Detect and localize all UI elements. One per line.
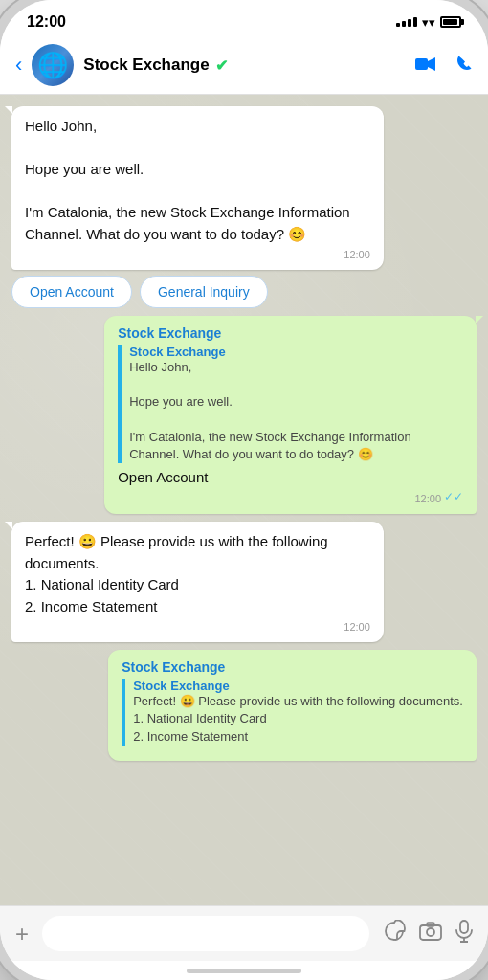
message-text-3: Perfect! 😀 Please provide us with the fo… bbox=[25, 531, 370, 617]
svg-rect-5 bbox=[460, 921, 468, 933]
globe-icon: 🌐 bbox=[37, 51, 68, 80]
quoted-text-2: Perfect! 😀 Please provide us with the fo… bbox=[133, 693, 463, 746]
mic-icon[interactable] bbox=[455, 920, 473, 948]
message-outgoing-2: Stock Exchange Stock Exchange Perfect! 😀… bbox=[108, 650, 477, 761]
status-bar: 12:00 ▾▾ bbox=[0, 0, 488, 36]
home-bar bbox=[187, 969, 301, 973]
outgoing-sender-1: Stock Exchange bbox=[118, 325, 463, 341]
back-button[interactable]: ‹ bbox=[15, 53, 22, 78]
message-text-1: Hello John, Hope you are well. I'm Catal… bbox=[25, 116, 370, 245]
outgoing-time-row-1: 12:00 ✓✓ bbox=[118, 489, 463, 504]
message-incoming-2: Perfect! 😀 Please provide us with the fo… bbox=[11, 522, 384, 642]
quoted-block-1: Stock Exchange Hello John, Hope you are … bbox=[118, 345, 463, 463]
message-time-3: 12:00 bbox=[25, 621, 370, 633]
avatar: 🌐 bbox=[32, 44, 74, 86]
quoted-name-1: Stock Exchange bbox=[129, 345, 463, 359]
contact-name-row: Stock Exchange ✔ bbox=[83, 56, 406, 75]
svg-rect-4 bbox=[427, 923, 434, 926]
status-icons: ▾▾ bbox=[396, 15, 461, 30]
general-inquiry-button[interactable]: General Inquiry bbox=[140, 276, 268, 308]
battery-icon bbox=[440, 16, 461, 28]
message-input[interactable] bbox=[42, 916, 369, 951]
verified-badge: ✔ bbox=[215, 56, 228, 75]
wifi-icon: ▾▾ bbox=[422, 15, 435, 30]
message-outgoing-1: Stock Exchange Stock Exchange Hello John… bbox=[104, 316, 477, 514]
outgoing-time-1: 12:00 bbox=[414, 493, 441, 504]
phone-call-icon[interactable] bbox=[455, 55, 473, 77]
outgoing-sender-2: Stock Exchange bbox=[122, 659, 463, 675]
phone-frame: 12:00 ▾▾ ‹ 🌐 Stock Exchange ✔ bbox=[0, 0, 488, 980]
selected-action-1: Open Account bbox=[118, 469, 463, 485]
plus-icon[interactable]: + bbox=[15, 921, 29, 947]
open-account-button[interactable]: Open Account bbox=[11, 276, 132, 308]
signal-icon bbox=[396, 17, 417, 27]
chat-header: ‹ 🌐 Stock Exchange ✔ bbox=[0, 36, 488, 95]
message-time-1: 12:00 bbox=[25, 249, 370, 260]
video-call-icon[interactable] bbox=[415, 55, 436, 77]
header-title-area: Stock Exchange ✔ bbox=[83, 56, 406, 75]
quoted-text-1: Hello John, Hope you are well. I'm Catal… bbox=[129, 359, 463, 463]
svg-point-3 bbox=[427, 928, 434, 936]
tick-icon-1: ✓✓ bbox=[444, 490, 463, 503]
sticker-icon[interactable] bbox=[383, 920, 406, 948]
svg-rect-0 bbox=[415, 58, 428, 70]
message-incoming-1: Hello John, Hope you are well. I'm Catal… bbox=[11, 106, 384, 270]
status-time: 12:00 bbox=[27, 13, 66, 31]
quoted-name-2: Stock Exchange bbox=[133, 679, 463, 693]
quick-replies: Open Account General Inquiry bbox=[11, 276, 268, 308]
svg-marker-1 bbox=[428, 57, 435, 71]
header-actions bbox=[415, 55, 473, 77]
camera-icon[interactable] bbox=[419, 921, 442, 947]
chat-area[interactable]: Hello John, Hope you are well. I'm Catal… bbox=[0, 95, 488, 905]
bottom-bar: + bbox=[0, 905, 488, 961]
home-indicator bbox=[0, 961, 488, 980]
contact-name: Stock Exchange bbox=[83, 56, 209, 75]
quoted-block-2: Stock Exchange Perfect! 😀 Please provide… bbox=[122, 679, 463, 746]
